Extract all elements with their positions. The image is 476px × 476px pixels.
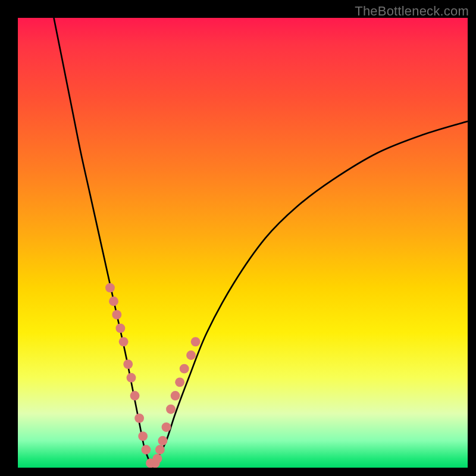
marker-dot xyxy=(166,405,176,414)
marker-dot xyxy=(171,391,180,400)
marker-dot xyxy=(142,445,151,455)
marker-dot xyxy=(155,445,165,455)
marker-dot xyxy=(119,337,129,346)
marker-dot xyxy=(109,296,118,306)
marker-dot xyxy=(186,350,196,360)
marker-dot xyxy=(112,310,121,320)
marker-dot xyxy=(123,359,133,369)
chart-svg xyxy=(18,18,468,468)
bottleneck-curve xyxy=(54,18,468,468)
marker-dot xyxy=(115,324,125,333)
watermark-text: TheBottleneck.com xyxy=(355,4,469,19)
marker-dot xyxy=(191,337,201,346)
marker-dot xyxy=(130,391,140,400)
chart-frame: TheBottleneck.com xyxy=(0,0,476,476)
marker-dot xyxy=(152,454,162,464)
marker-dot xyxy=(105,283,115,293)
marker-dot xyxy=(134,414,144,423)
marker-dot xyxy=(180,364,189,374)
plot-area xyxy=(18,18,468,468)
marker-dot xyxy=(162,422,171,432)
marker-dot xyxy=(175,377,184,387)
marker-dot xyxy=(138,431,148,441)
highlight-dots xyxy=(105,283,201,468)
marker-dot xyxy=(158,436,167,446)
marker-dot xyxy=(127,373,136,383)
